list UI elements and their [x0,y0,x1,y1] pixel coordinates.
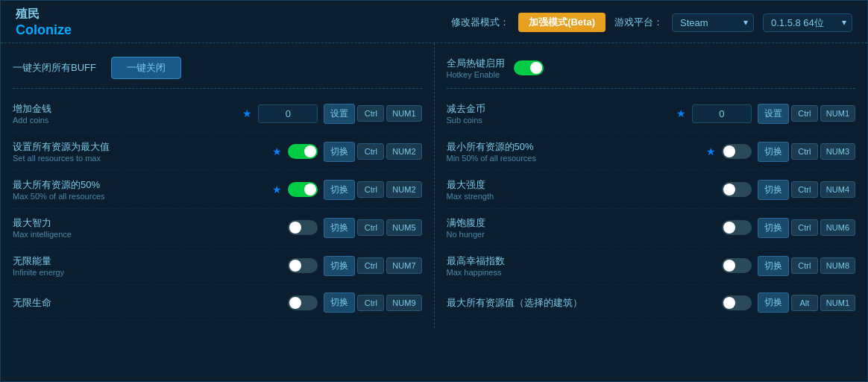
feature-toggle[interactable] [722,220,752,235]
set-button[interactable]: 设置 [324,104,355,124]
feature-text: 最大强度Max strength [447,178,716,201]
left-panel: 一键关闭所有BUFF 一键关闭 增加金钱Add coins★设置CtrlNUM1… [1,43,435,328]
key-value: NUM1 [820,295,855,311]
key-group: 设置CtrlNUM1 [758,104,855,124]
feature-row: 最大强度Max strength切换CtrlNUM4 [447,171,856,209]
feature-zh: 最高幸福指数 [447,254,716,268]
feature-zh: 最大所有资源值（选择的建筑） [447,296,716,310]
title-zh: 殖民 [16,7,72,22]
key-modifier: Ctrl [357,295,384,311]
one-key-row: 一键关闭所有BUFF 一键关闭 [13,51,422,89]
feature-row: 最大智力Max intelligence切换CtrlNUM5 [13,209,422,247]
star-icon: ★ [272,145,282,157]
one-key-button[interactable]: 一键关闭 [111,57,181,79]
key-modifier: Ctrl [357,219,384,236]
key-value: NUM7 [386,257,421,274]
platform-select[interactable]: Steam [672,13,754,32]
toggle-button[interactable]: 切换 [324,292,355,313]
platform-select-wrapper: Steam [672,13,754,32]
toggle-button[interactable]: 切换 [758,292,789,313]
content: 一键关闭所有BUFF 一键关闭 增加金钱Add coins★设置CtrlNUM1… [1,43,867,328]
feature-en: Infinite energy [13,268,282,277]
key-group: 切换CtrlNUM3 [758,142,855,162]
version-select[interactable]: 0.1.5.8 64位 [763,13,852,32]
key-modifier: Ctrl [357,181,384,198]
key-group: 切换CtrlNUM2 [324,180,421,200]
feature-text: 最高幸福指数Max happiness [447,254,716,277]
feature-zh: 无限能量 [13,254,282,268]
toggle-button[interactable]: 切换 [324,180,355,200]
key-group: 切换CtrlNUM9 [324,292,421,313]
beta-mode-button[interactable]: 加强模式(Beta) [518,13,606,32]
feature-row: 最大所有资源的50%Max 50% of all resources★切换Ctr… [13,171,422,209]
toggle-button[interactable]: 切换 [758,256,789,276]
feature-zh: 无限生命 [13,296,282,310]
hotkey-zh: 全局热键启用 [447,57,505,70]
feature-row: 最大所有资源值（选择的建筑）切换AltNUM1 [447,285,856,321]
key-value: NUM3 [820,143,855,160]
set-button[interactable]: 设置 [758,104,789,124]
num-input[interactable] [258,104,318,123]
feature-en: Set all resources to max [13,154,266,163]
feature-text: 无限能量Infinite energy [13,254,282,277]
hotkey-row: 全局热键启用 Hotkey Enable [447,51,856,89]
toggle-button[interactable]: 切换 [324,256,355,276]
feature-row: 最高幸福指数Max happiness切换CtrlNUM8 [447,247,856,285]
app-container: 殖民 Colonize 修改器模式： 加强模式(Beta) 游戏平台： Stea… [0,0,868,382]
toggle-button[interactable]: 切换 [758,142,789,162]
right-features: 减去金币Sub coins★设置CtrlNUM1最小所有资源的50%Min 50… [447,95,856,321]
feature-row: 减去金币Sub coins★设置CtrlNUM1 [447,95,856,133]
feature-row: 最小所有资源的50%Min 50% of all resources★切换Ctr… [447,133,856,171]
title-en: Colonize [16,22,72,38]
key-group: 切换CtrlNUM2 [324,142,421,162]
star-icon: ★ [676,107,686,119]
feature-toggle[interactable] [722,144,752,159]
feature-en: Max happiness [447,268,716,277]
feature-toggle[interactable] [722,258,752,273]
feature-en: Max 50% of all resources [13,192,266,201]
feature-text: 设置所有资源为最大值Set all resources to max [13,140,266,163]
key-value: NUM2 [386,181,421,198]
key-modifier: Ctrl [357,143,384,160]
key-group: 切换AltNUM1 [758,292,855,313]
toggle-button[interactable]: 切换 [758,218,789,238]
num-input[interactable] [692,104,752,123]
header-right: 修改器模式： 加强模式(Beta) 游戏平台： Steam 0.1.5.8 64… [451,13,852,32]
feature-toggle[interactable] [288,220,318,235]
feature-en: No hunger [447,230,716,239]
feature-text: 最小所有资源的50%Min 50% of all resources [447,140,700,163]
feature-toggle[interactable] [288,182,318,197]
key-modifier: Ctrl [791,143,818,160]
key-modifier: Ctrl [791,219,818,236]
feature-toggle[interactable] [722,295,752,310]
feature-row: 增加金钱Add coins★设置CtrlNUM1 [13,95,422,133]
feature-zh: 增加金钱 [13,102,236,116]
key-modifier: Alt [791,295,818,311]
feature-row: 无限能量Infinite energy切换CtrlNUM7 [13,247,422,285]
key-value: NUM2 [386,143,421,160]
toggle-button[interactable]: 切换 [758,180,789,200]
star-icon: ★ [242,107,252,119]
feature-text: 减去金币Sub coins [447,102,670,125]
feature-zh: 满饱腹度 [447,216,716,230]
feature-toggle[interactable] [288,144,318,159]
star-icon: ★ [706,145,716,157]
feature-toggle[interactable] [288,258,318,273]
feature-zh: 设置所有资源为最大值 [13,140,266,154]
feature-text: 满饱腹度No hunger [447,216,716,239]
key-modifier: Ctrl [791,181,818,198]
hotkey-en: Hotkey Enable [447,70,505,79]
toggle-button[interactable]: 切换 [324,218,355,238]
feature-zh: 减去金币 [447,102,670,116]
feature-text: 最大智力Max intelligence [13,216,282,239]
key-group: 切换CtrlNUM4 [758,180,855,200]
feature-toggle[interactable] [288,295,318,310]
key-group: 设置CtrlNUM1 [324,104,421,124]
toggle-button[interactable]: 切换 [324,142,355,162]
hotkey-toggle[interactable] [514,60,544,75]
version-select-wrapper: 0.1.5.8 64位 [763,13,852,32]
feature-text: 无限生命 [13,296,282,310]
key-group: 切换CtrlNUM7 [324,256,421,276]
key-value: NUM1 [820,105,855,122]
feature-toggle[interactable] [722,182,752,197]
